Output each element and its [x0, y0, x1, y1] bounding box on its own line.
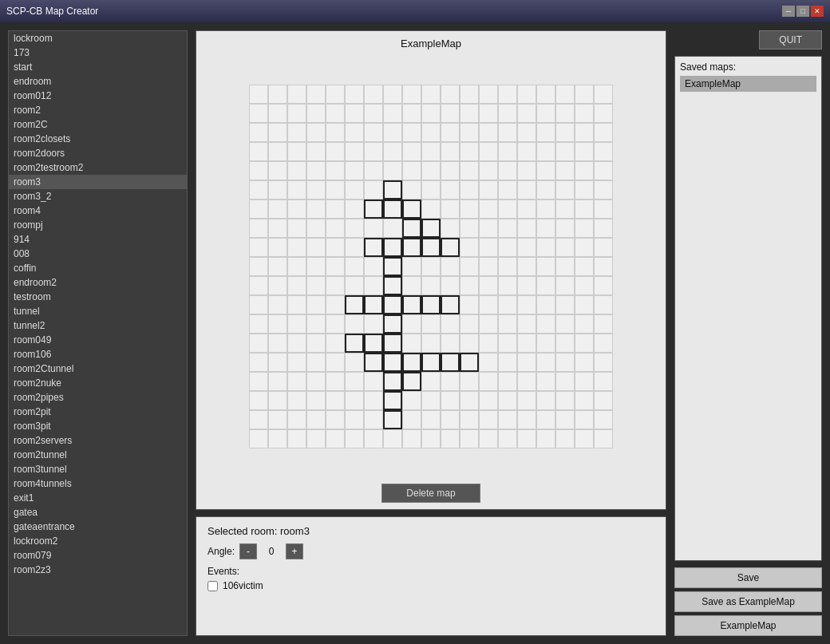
grid-cell[interactable]	[441, 142, 460, 161]
grid-cell[interactable]	[575, 85, 594, 104]
grid-cell[interactable]	[306, 314, 326, 334]
grid-cell[interactable]	[383, 372, 402, 391]
grid-cell[interactable]	[517, 180, 536, 200]
grid-cell[interactable]	[345, 142, 364, 161]
grid-cell[interactable]	[460, 104, 479, 123]
grid-cell[interactable]	[517, 334, 536, 353]
grid-cell[interactable]	[364, 180, 383, 200]
grid-cell[interactable]	[268, 353, 287, 372]
grid-cell[interactable]	[326, 314, 345, 334]
grid-cell[interactable]	[249, 104, 268, 123]
grid-cell[interactable]	[402, 276, 421, 295]
grid-cell[interactable]	[441, 161, 460, 180]
grid-cell[interactable]	[383, 123, 402, 142]
room-item[interactable]: coffin	[9, 261, 187, 275]
grid-cell[interactable]	[421, 410, 441, 429]
grid-cell[interactable]	[268, 104, 287, 123]
grid-cell[interactable]	[460, 161, 479, 180]
grid-cell[interactable]	[441, 391, 460, 410]
grid-cell[interactable]	[498, 219, 517, 238]
grid-cell[interactable]	[594, 200, 613, 219]
grid-cell[interactable]	[575, 142, 594, 161]
grid-cell[interactable]	[326, 295, 345, 314]
grid-cell[interactable]	[441, 85, 460, 104]
grid-cell[interactable]	[594, 429, 613, 448]
save-button[interactable]: Save	[674, 567, 822, 588]
grid-cell[interactable]	[249, 410, 268, 429]
room-item[interactable]: room3_2	[9, 189, 187, 203]
grid-cell[interactable]	[364, 429, 383, 448]
grid-cell[interactable]	[326, 200, 345, 219]
grid-cell[interactable]	[536, 104, 555, 123]
room-item[interactable]: roompj	[9, 218, 187, 232]
grid-cell[interactable]	[460, 295, 479, 314]
grid-cell[interactable]	[383, 161, 402, 180]
grid-cell[interactable]	[364, 161, 383, 180]
grid-cell[interactable]	[249, 180, 268, 200]
grid-cell[interactable]	[460, 429, 479, 448]
grid-cell[interactable]	[249, 200, 268, 219]
grid-cell[interactable]	[517, 219, 536, 238]
grid-cell[interactable]	[383, 429, 402, 448]
grid-cell[interactable]	[383, 353, 402, 372]
room-item[interactable]: testroom	[9, 290, 187, 304]
grid-cell[interactable]	[326, 353, 345, 372]
grid-cell[interactable]	[326, 429, 345, 448]
grid-cell[interactable]	[402, 161, 421, 180]
grid-cell[interactable]	[594, 104, 613, 123]
grid-cell[interactable]	[345, 314, 364, 334]
grid-cell[interactable]	[441, 104, 460, 123]
grid-cell[interactable]	[421, 391, 441, 410]
grid-cell[interactable]	[326, 104, 345, 123]
grid-cell[interactable]	[249, 391, 268, 410]
room-item[interactable]: start	[9, 60, 187, 74]
grid-cell[interactable]	[383, 104, 402, 123]
grid-cell[interactable]	[364, 200, 383, 219]
grid-cell[interactable]	[268, 410, 287, 429]
grid-cell[interactable]	[306, 334, 326, 353]
room-item[interactable]: room2z3	[9, 563, 187, 577]
grid-cell[interactable]	[555, 200, 575, 219]
grid-cell[interactable]	[364, 334, 383, 353]
grid-cell[interactable]	[555, 257, 575, 276]
grid-cell[interactable]	[479, 276, 498, 295]
grid-cell[interactable]	[326, 180, 345, 200]
grid-cell[interactable]	[555, 391, 575, 410]
grid-cell[interactable]	[268, 391, 287, 410]
grid-cell[interactable]	[460, 372, 479, 391]
grid-cell[interactable]	[536, 238, 555, 257]
grid-cell[interactable]	[287, 391, 306, 410]
grid-cell[interactable]	[536, 276, 555, 295]
grid-cell[interactable]	[498, 142, 517, 161]
grid-cell[interactable]	[306, 85, 326, 104]
grid-cell[interactable]	[575, 104, 594, 123]
grid-cell[interactable]	[383, 142, 402, 161]
grid-cell[interactable]	[383, 295, 402, 314]
room-item[interactable]: 914	[9, 232, 187, 247]
grid-cell[interactable]	[575, 410, 594, 429]
grid-cell[interactable]	[517, 353, 536, 372]
grid-cell[interactable]	[460, 391, 479, 410]
grid-cell[interactable]	[402, 295, 421, 314]
room-item[interactable]: room2Ctunnel	[9, 362, 187, 376]
grid-cell[interactable]	[594, 161, 613, 180]
grid-cell[interactable]	[421, 295, 441, 314]
room-item[interactable]: room3pit	[9, 419, 187, 433]
grid-cell[interactable]	[594, 85, 613, 104]
grid-cell[interactable]	[249, 429, 268, 448]
grid-cell[interactable]	[306, 219, 326, 238]
grid-cell[interactable]	[517, 104, 536, 123]
grid-cell[interactable]	[249, 276, 268, 295]
grid-cell[interactable]	[594, 219, 613, 238]
grid-cell[interactable]	[594, 180, 613, 200]
grid-cell[interactable]	[306, 276, 326, 295]
grid-cell[interactable]	[460, 200, 479, 219]
grid-cell[interactable]	[287, 142, 306, 161]
grid-cell[interactable]	[326, 238, 345, 257]
grid-cell[interactable]	[364, 372, 383, 391]
grid-cell[interactable]	[345, 257, 364, 276]
grid-cell[interactable]	[249, 334, 268, 353]
room-item[interactable]: room4tunnels	[9, 476, 187, 491]
grid-cell[interactable]	[364, 391, 383, 410]
grid-cell[interactable]	[441, 429, 460, 448]
